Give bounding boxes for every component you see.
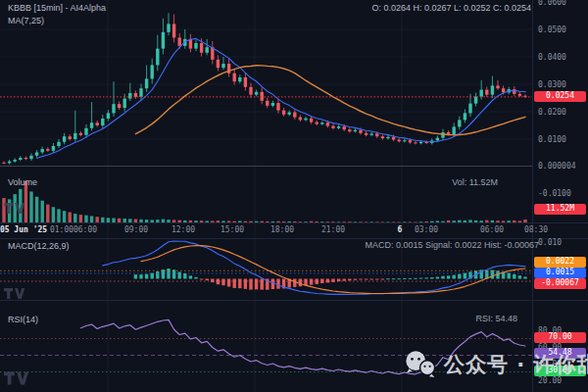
time-axis-label: 09:00 bbox=[124, 225, 148, 234]
rsi-indicator-label[interactable]: RSI(14) bbox=[8, 315, 38, 324]
price-axis-tick: 0.0100 bbox=[538, 135, 566, 144]
tradingview-logo bbox=[4, 287, 25, 301]
time-axis-label: 01:00 bbox=[50, 225, 74, 234]
price-axis-tick: 0.0400 bbox=[538, 53, 566, 62]
macd-line-badge: 0.0015 bbox=[534, 268, 586, 278]
chart-canvas[interactable] bbox=[0, 0, 588, 392]
macd-axis-tick: 0.010 bbox=[538, 238, 562, 247]
volume-badge: 11.52M bbox=[534, 204, 586, 215]
time-axis-label: 05 Jun '25 bbox=[0, 225, 47, 234]
price-axis-tick: 0.0500 bbox=[538, 25, 566, 34]
time-axis-label: 06:00 bbox=[480, 225, 504, 234]
price-axis-tick: 0.000004 bbox=[538, 162, 576, 171]
macd-hist-badge: -0.00067 bbox=[534, 278, 586, 289]
time-axis-label: 12:00 bbox=[172, 225, 195, 234]
price-axis-tick: 0.0600 bbox=[538, 0, 566, 7]
ma-indicator-label[interactable]: MA(7,25) bbox=[8, 16, 44, 25]
time-axis-label: 06:00 bbox=[74, 225, 97, 234]
symbol-title[interactable]: KBBB [15min] - AI4Alpha bbox=[8, 3, 106, 13]
macd-readout: MACD: 0.0015 Signal: 0.0022 Hist: -0.000… bbox=[365, 240, 539, 250]
watermark-text: 公众号 · 许你甜梦 bbox=[444, 351, 588, 378]
tradingview-logo bbox=[4, 370, 29, 387]
ohlc-readout: O: 0.0264 H: 0.0267 L: 0.0252 C: 0.0254 bbox=[371, 3, 531, 13]
time-axis-label: 18:00 bbox=[270, 225, 294, 234]
volume-readout: Vol: 11.52M bbox=[452, 177, 498, 187]
time-axis-label: 15:00 bbox=[220, 225, 244, 234]
price-axis-tick: -0.0100 bbox=[538, 189, 571, 198]
tradingview-chart-window: KBBB [15min] - AI4Alpha MA(7,25) O: 0.02… bbox=[0, 0, 588, 392]
macd-signal-badge: 0.0022 bbox=[534, 257, 586, 268]
volume-indicator-label[interactable]: Volume bbox=[8, 177, 37, 187]
wechat-icon bbox=[404, 350, 437, 378]
time-axis-label: 08:30 bbox=[524, 225, 548, 234]
price-axis-tick: 0.0300 bbox=[538, 80, 566, 89]
price-axis-tick: 0.0200 bbox=[538, 108, 566, 117]
rsi-readout: RSI: 54.48 bbox=[475, 314, 517, 323]
time-axis-label: 6 bbox=[398, 225, 403, 234]
wechat-watermark: 公众号 · 许你甜梦 bbox=[404, 350, 588, 378]
macd-indicator-label[interactable]: MACD(12,26,9) bbox=[8, 241, 70, 251]
time-axis-label: 03:00 bbox=[415, 225, 438, 234]
rsi-upper-band-badge: 70.00 bbox=[534, 332, 586, 343]
last-price-badge: 0.0254 bbox=[534, 91, 586, 102]
tradingview-logo bbox=[4, 202, 25, 216]
time-axis-label: 21:00 bbox=[321, 225, 345, 234]
